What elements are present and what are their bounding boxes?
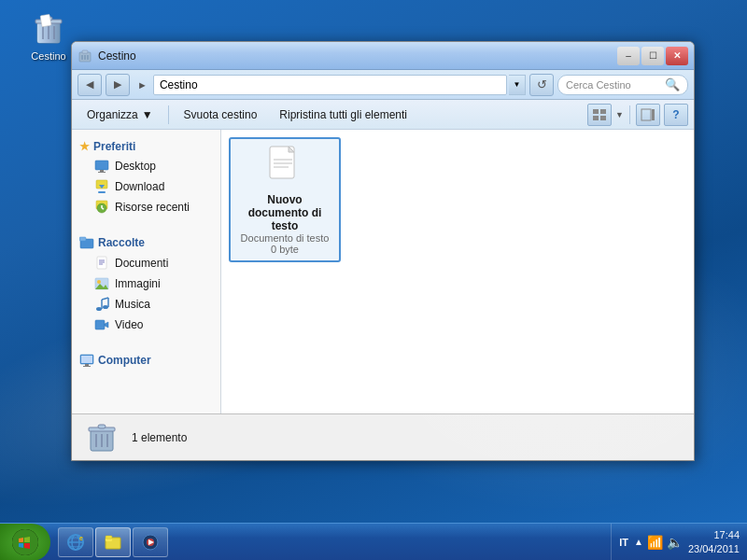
svg-rect-44	[95, 320, 105, 329]
taskbar-explorer[interactable]	[95, 527, 131, 557]
organizza-button[interactable]: Organizza ▼	[78, 103, 162, 127]
file-item[interactable]: Nuovo documento di testo Documento di te…	[229, 137, 341, 262]
view-options-button[interactable]	[587, 104, 612, 126]
taskbar-media[interactable]	[133, 527, 168, 557]
file-size: 0 byte	[271, 244, 299, 255]
address-text: Cestino	[160, 78, 198, 91]
taskbar-items: e	[54, 527, 611, 557]
explorer-window: Cestino – ☐ ✕ ◀ ▶ ► Cestino ▼ ↺ Cerca Ce…	[71, 41, 695, 461]
svg-rect-14	[600, 109, 606, 114]
status-icon	[83, 419, 120, 456]
file-icon	[262, 145, 307, 189]
view-dropdown[interactable]: ▼	[615, 110, 624, 119]
file-name: Nuovo documento di testo	[236, 193, 333, 232]
svg-rect-20	[100, 170, 104, 172]
minimize-button[interactable]: –	[617, 47, 640, 65]
windows-logo-icon	[11, 528, 39, 556]
sidebar-item-recent[interactable]: Risorse recenti	[72, 197, 220, 217]
sidebar: ★ Preferiti Desktop	[72, 130, 221, 413]
desktop-sidebar-icon	[94, 159, 109, 174]
title-bar: Cestino – ☐ ✕	[72, 42, 694, 70]
ie-icon: e	[66, 533, 85, 552]
desktop: Cestino Cestino – ☐ ✕ ◀ ▶ ►	[0, 0, 747, 560]
svg-rect-18	[652, 109, 655, 120]
taskbar-ie[interactable]: e	[58, 527, 93, 557]
sidebar-raccolte-section: Raccolte Documenti	[72, 229, 220, 339]
video-label: Video	[115, 318, 143, 331]
clock-date: 23/04/2011	[688, 542, 740, 555]
start-button[interactable]	[0, 524, 50, 561]
svg-point-40	[103, 305, 108, 309]
svg-point-39	[96, 307, 102, 311]
documenti-label: Documenti	[115, 257, 168, 270]
sidebar-computer-section: Computer	[72, 346, 220, 374]
sidebar-item-desktop[interactable]: Desktop	[72, 156, 220, 176]
sidebar-item-video[interactable]: Video	[72, 315, 220, 335]
svg-rect-49	[83, 366, 91, 367]
sidebar-item-download[interactable]: Download	[72, 176, 220, 197]
main-content: ★ Preferiti Desktop	[72, 130, 694, 413]
forward-button[interactable]: ▶	[106, 74, 130, 96]
view-icon	[592, 107, 607, 122]
svg-rect-47	[81, 356, 92, 363]
immagini-label: Immagini	[115, 277, 161, 290]
taskbar-right: IT ▲ 📶 🔈 17:44 23/04/2011	[611, 524, 747, 561]
sidebar-computer-header[interactable]: Computer	[72, 350, 220, 371]
musica-icon	[94, 297, 109, 312]
preview-button[interactable]	[636, 104, 660, 126]
svg-rect-24	[98, 191, 106, 193]
address-dropdown[interactable]: ▼	[509, 75, 526, 95]
sidebar-favorites-section: ★ Preferiti Desktop	[72, 133, 220, 221]
media-icon	[141, 533, 160, 552]
toolbar: Organizza ▼ Svuota cestino Ripristina tu…	[72, 100, 694, 130]
back-button[interactable]: ◀	[78, 74, 102, 96]
ripristina-button[interactable]: Ripristina tutti gli elementi	[270, 103, 416, 127]
sidebar-spacer2	[72, 339, 220, 346]
sidebar-item-musica[interactable]: Musica	[72, 294, 220, 315]
svg-rect-21	[98, 172, 106, 173]
taskbar-system-icons: ▲ 📶 🔈	[634, 535, 683, 550]
toolbar-sep2	[629, 105, 630, 124]
refresh-button[interactable]: ↺	[529, 74, 554, 96]
svg-rect-19	[95, 161, 108, 170]
sidebar-item-documenti[interactable]: Documenti	[72, 253, 220, 273]
toolbar-right: ▼ ?	[587, 104, 688, 126]
taskbar-arrow-icon[interactable]: ▲	[634, 537, 643, 547]
organizza-arrow: ▼	[142, 108, 153, 121]
download-sidebar-icon	[94, 179, 109, 194]
computer-icon	[79, 353, 94, 368]
volume-icon[interactable]: 🔈	[667, 535, 683, 550]
recycle-bin-icon	[30, 9, 67, 47]
search-placeholder: Cerca Cestino	[566, 79, 631, 91]
recent-sidebar-icon	[94, 200, 109, 215]
sidebar-item-immagini[interactable]: Immagini	[72, 273, 220, 294]
desktop-label: Desktop	[115, 160, 156, 173]
close-button[interactable]: ✕	[666, 47, 688, 65]
address-field[interactable]: Cestino	[153, 75, 507, 95]
raccolte-label: Raccolte	[98, 236, 145, 249]
taskbar-lang: IT	[619, 537, 628, 548]
recent-label: Risorse recenti	[115, 201, 190, 214]
svg-rect-48	[85, 364, 89, 366]
sidebar-favorites-header[interactable]: ★ Preferiti	[72, 137, 220, 156]
svg-rect-17	[641, 109, 651, 120]
svg-rect-13	[593, 109, 599, 114]
maximize-button[interactable]: ☐	[641, 47, 664, 65]
svg-rect-70	[106, 536, 112, 539]
star-icon: ★	[79, 140, 90, 153]
network-icon[interactable]: 📶	[647, 535, 663, 550]
svuota-cestino-button[interactable]: Svuota cestino	[175, 103, 267, 127]
svg-rect-31	[79, 237, 86, 241]
taskbar-clock[interactable]: 17:44 23/04/2011	[688, 528, 740, 555]
svg-line-42	[102, 298, 108, 300]
svg-line-28	[102, 208, 104, 209]
clock-time: 17:44	[688, 528, 740, 541]
search-field[interactable]: Cerca Cestino 🔍	[557, 75, 688, 95]
sidebar-raccolte-header[interactable]: Raccolte	[72, 232, 220, 253]
desktop-recycle-bin-label: Cestino	[31, 50, 65, 62]
desktop-recycle-bin[interactable]: Cestino	[19, 9, 78, 62]
file-area: Nuovo documento di testo Documento di te…	[221, 130, 694, 413]
computer-label: Computer	[98, 354, 151, 367]
window-controls: – ☐ ✕	[617, 47, 688, 65]
help-button[interactable]: ?	[664, 104, 688, 126]
